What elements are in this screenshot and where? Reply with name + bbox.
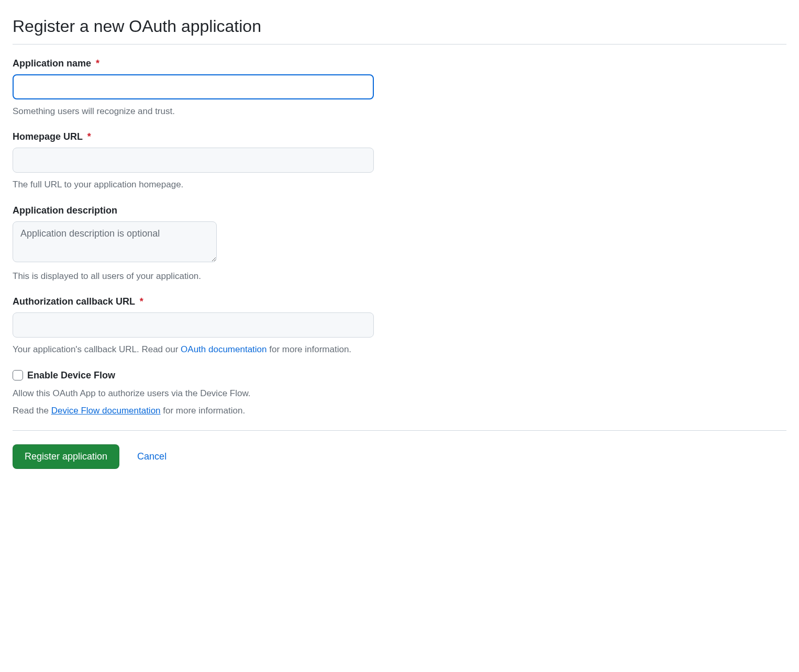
oauth-documentation-link[interactable]: OAuth documentation [181,344,267,354]
field-application-name: Application name * Something users will … [13,58,786,118]
field-homepage-url: Homepage URL * The full URL to your appl… [13,131,786,192]
hint-suffix: for more information. [161,406,246,416]
input-application-name[interactable] [13,74,374,99]
required-asterisk-icon: * [96,58,99,69]
label-application-name: Application name * [13,58,786,69]
hint-prefix: Read the [13,406,51,416]
form-actions: Register application Cancel [13,444,786,469]
label-description: Application description [13,205,786,216]
label-text: Authorization callback URL [13,296,135,307]
hint-application-name: Something users will recognize and trust… [13,105,786,118]
register-application-button[interactable]: Register application [13,444,119,469]
label-text: Homepage URL [13,131,83,142]
field-callback-url: Authorization callback URL * Your applic… [13,296,786,356]
divider [13,430,786,431]
hint-suffix: for more information. [267,344,352,354]
checkbox-device-flow[interactable] [13,370,23,380]
hint-device-flow-2: Read the Device Flow documentation for m… [13,404,786,418]
hint-prefix: Your application's callback URL. Read ou… [13,344,181,354]
hint-description: This is displayed to all users of your a… [13,270,786,283]
required-asterisk-icon: * [87,131,91,142]
cancel-button[interactable]: Cancel [137,451,167,462]
input-description[interactable] [13,221,217,262]
page-title: Register a new OAuth application [13,16,786,44]
hint-device-flow-1: Allow this OAuth App to authorize users … [13,386,786,400]
required-asterisk-icon: * [140,296,143,307]
label-device-flow: Enable Device Flow [27,370,115,381]
hint-callback-url: Your application's callback URL. Read ou… [13,343,786,356]
hint-homepage-url: The full URL to your application homepag… [13,178,786,192]
label-text: Application name [13,58,91,69]
device-flow-documentation-link[interactable]: Device Flow documentation [51,406,161,416]
field-description: Application description This is displaye… [13,205,786,283]
input-homepage-url[interactable] [13,148,374,173]
label-homepage-url: Homepage URL * [13,131,786,142]
label-text: Application description [13,205,117,216]
label-callback-url: Authorization callback URL * [13,296,786,307]
field-device-flow: Enable Device Flow Allow this OAuth App … [13,370,786,418]
input-callback-url[interactable] [13,312,374,338]
